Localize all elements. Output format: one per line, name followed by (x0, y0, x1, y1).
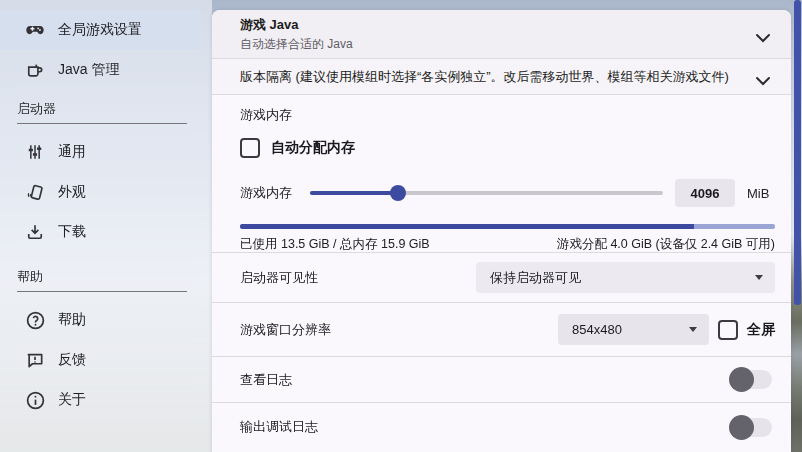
auto-memory-label: 自动分配内存 (271, 139, 355, 157)
game-resolution-value: 854x480 (572, 322, 681, 337)
game-resolution-row: 游戏窗口分辨率 854x480 全屏 (212, 303, 791, 357)
game-java-title: 游戏 Java (240, 16, 751, 34)
dropdown-arrow-icon (689, 327, 697, 332)
sidebar-item-download[interactable]: 下载 (0, 212, 200, 252)
chevron-down-icon[interactable] (755, 29, 771, 39)
sidebar-item-label: 通用 (58, 143, 86, 161)
auto-memory-row: 自动分配内存 (240, 138, 775, 158)
memory-slider[interactable] (310, 185, 663, 201)
fullscreen-checkbox[interactable] (718, 320, 738, 340)
memory-usage-text-row: 已使用 13.5 GiB / 总内存 15.9 GiB 游戏分配 4.0 GiB… (240, 236, 775, 253)
sidebar-section-help: 帮助 (17, 268, 187, 292)
help-icon (24, 309, 46, 331)
view-log-row: 查看日志 (212, 357, 791, 403)
version-isolation-title: 版本隔离 (建议使用模组时选择“各实例独立”。改后需移动世界、模组等相关游戏文件… (240, 68, 751, 86)
toggle-knob (729, 367, 754, 392)
feedback-icon (24, 349, 46, 371)
sidebar: 全局游戏设置 Java 管理 启动器 通用 外观 (0, 0, 212, 452)
tune-icon (24, 141, 46, 163)
view-log-label: 查看日志 (240, 371, 729, 389)
game-java-card[interactable]: 游戏 Java 自动选择合适的 Java (212, 10, 791, 59)
memory-used-text: 已使用 13.5 GiB / 总内存 15.9 GiB (240, 236, 430, 253)
gamepad-icon (24, 19, 46, 41)
game-java-subtitle: 自动选择合适的 Java (240, 36, 751, 53)
chevron-down-icon[interactable] (755, 72, 771, 82)
view-log-toggle[interactable] (729, 367, 772, 392)
launcher-visibility-value: 保持启动器可见 (490, 269, 747, 287)
game-memory-header: 游戏内存 (240, 106, 775, 124)
scrollbar-thumb[interactable] (794, 0, 801, 305)
launcher-visibility-row: 启动器可见性 保持启动器可见 (212, 253, 791, 303)
debug-log-toggle[interactable] (729, 415, 772, 440)
memory-usage-bar (240, 224, 775, 229)
about-icon (24, 389, 46, 411)
sidebar-section-launcher: 启动器 (17, 100, 187, 124)
toggle-knob (729, 415, 754, 440)
sidebar-item-label: 下载 (58, 223, 86, 241)
appearance-icon (24, 181, 46, 203)
sidebar-item-label: Java 管理 (58, 61, 119, 79)
sidebar-item-label: 帮助 (58, 311, 86, 329)
memory-unit-label: MiB (747, 186, 775, 201)
sidebar-item-general[interactable]: 通用 (0, 132, 200, 172)
launcher-visibility-select[interactable]: 保持启动器可见 (476, 262, 775, 293)
dropdown-arrow-icon (755, 275, 763, 280)
sidebar-item-label: 全局游戏设置 (58, 21, 142, 39)
java-cup-icon (24, 59, 46, 81)
game-memory-section: 游戏内存 自动分配内存 游戏内存 4096 MiB 已使用 13.5 GiB /… (212, 95, 791, 253)
slider-thumb[interactable] (390, 185, 406, 201)
game-resolution-label: 游戏窗口分辨率 (240, 321, 558, 339)
version-isolation-card[interactable]: 版本隔离 (建议使用模组时选择“各实例独立”。改后需移动世界、模组等相关游戏文件… (212, 59, 791, 95)
memory-alloc-text: 游戏分配 4.0 GiB (设备仅 2.4 GiB 可用) (557, 236, 775, 253)
memory-value-input[interactable]: 4096 (675, 179, 735, 207)
memory-used-segment (240, 224, 694, 229)
sidebar-item-global-game-settings[interactable]: 全局游戏设置 (0, 10, 200, 50)
game-resolution-select[interactable]: 854x480 (558, 314, 709, 345)
memory-alloc-segment (694, 224, 775, 229)
sidebar-item-appearance[interactable]: 外观 (0, 172, 200, 212)
memory-slider-row: 游戏内存 4096 MiB (240, 178, 775, 208)
sidebar-item-label: 外观 (58, 183, 86, 201)
download-icon (24, 221, 46, 243)
slider-fill (310, 191, 398, 195)
memory-slider-label: 游戏内存 (240, 184, 310, 202)
sidebar-item-label: 关于 (58, 391, 86, 409)
sidebar-item-feedback[interactable]: 反馈 (0, 340, 200, 380)
sidebar-item-help[interactable]: 帮助 (0, 300, 200, 340)
auto-memory-checkbox[interactable] (240, 138, 260, 158)
sidebar-item-java-management[interactable]: Java 管理 (0, 50, 200, 90)
debug-log-label: 输出调试日志 (240, 418, 729, 436)
sidebar-item-label: 反馈 (58, 351, 86, 369)
launcher-visibility-label: 启动器可见性 (240, 269, 476, 287)
settings-panel: 游戏 Java 自动选择合适的 Java 版本隔离 (建议使用模组时选择“各实例… (212, 10, 791, 452)
debug-log-row: 输出调试日志 (212, 403, 791, 451)
fullscreen-label: 全屏 (747, 321, 775, 339)
sidebar-item-about[interactable]: 关于 (0, 380, 200, 420)
